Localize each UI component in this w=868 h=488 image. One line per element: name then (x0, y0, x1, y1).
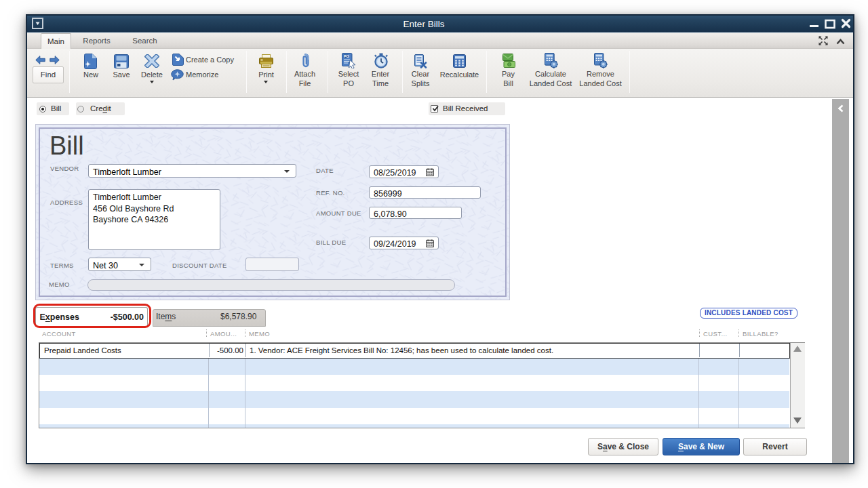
svg-text:PO: PO (344, 54, 350, 58)
